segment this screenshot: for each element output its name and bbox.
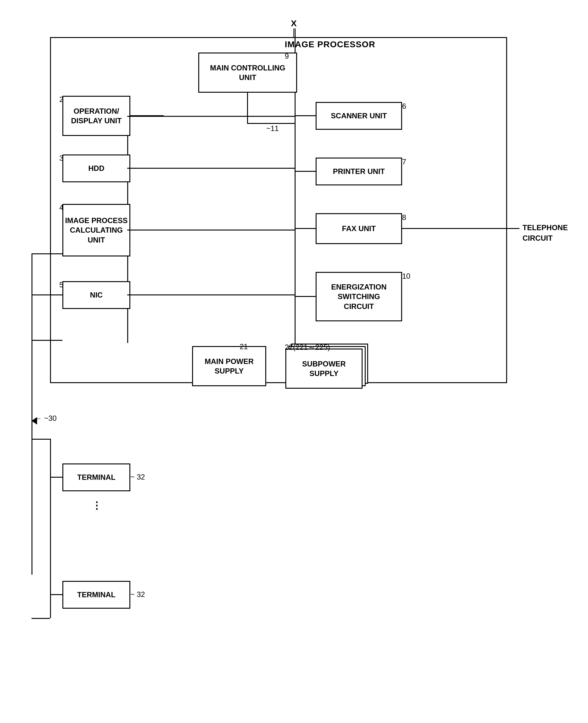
nic-outer-top-h [31, 253, 62, 254]
nic-bus-to-center [127, 294, 296, 295]
ref-4: 4 [59, 203, 63, 212]
scanner-to-bus [295, 115, 316, 116]
printer-block: PRINTER UNIT [316, 158, 402, 185]
energization-to-bus [295, 296, 316, 297]
fax-block: FAX UNIT [316, 213, 402, 244]
network-arrow [31, 417, 37, 425]
main-ctrl-to-bus-v [247, 93, 248, 124]
dots-separator: ⋮ [92, 500, 102, 511]
ref-7: 7 [402, 158, 406, 166]
ref-22: 22(221～225) [285, 342, 330, 352]
terminal2-block: TERMINAL [62, 581, 130, 609]
ref-9: 9 [285, 52, 289, 61]
x-label: X [291, 19, 297, 28]
terminal1-block: TERMINAL [62, 463, 130, 491]
network-left-bus [50, 439, 51, 618]
subpower-block: SUBPOWERSUPPLY [285, 349, 362, 389]
scanner-block: SCANNER UNIT [316, 102, 402, 130]
hdd-bus-to-center [127, 168, 296, 169]
energization-block: ENERGIZATIONSWITCHINGCIRCUIT [316, 272, 402, 321]
diagram: X IMAGE PROCESSOR MAIN CONTROLLINGUNIT 9… [31, 12, 556, 711]
fax-to-telephone [402, 228, 520, 229]
printer-to-bus [295, 171, 316, 172]
image-processor-label: IMAGE PROCESSOR [285, 40, 375, 49]
ref-8: 8 [402, 213, 406, 222]
main-controlling-unit-block: MAIN CONTROLLINGUNIT [198, 53, 297, 93]
network-left-v [31, 340, 33, 575]
main-ctrl-to-bus-h [247, 123, 296, 124]
ip-bus-to-center [127, 230, 296, 230]
terminal1-to-bus [50, 477, 63, 478]
telephone-circuit-label: TELEPHONECIRCUIT [523, 223, 568, 243]
x-tick-line [293, 28, 294, 38]
hdd-block: HDD [62, 154, 130, 182]
nic-outer-bottom-h [31, 340, 62, 341]
fax-to-bus [295, 228, 316, 229]
ref-32-1: ~ 32 [130, 473, 145, 481]
ref-6: 6 [402, 102, 406, 110]
nic-block: NIC [62, 281, 130, 309]
ref-21: ~21 [235, 342, 248, 351]
operation-display-block: OPERATION/DISPLAY UNIT [62, 96, 130, 136]
ref-3: 3 [59, 154, 63, 163]
nic-out-left [31, 294, 62, 295]
ref-2: 2 [59, 95, 63, 104]
ref-10: 10 [402, 272, 411, 281]
ref-32-2: ~ 32 [130, 590, 145, 599]
main-power-block: MAIN POWERSUPPLY [192, 346, 266, 386]
terminal2-to-bus [50, 594, 63, 595]
ref-30: ← ~30 [35, 414, 57, 423]
ref-5: 5 [59, 281, 63, 289]
nic-outer-left [31, 253, 33, 340]
network-top-h-left [31, 439, 50, 440]
network-bottom-h-left [31, 618, 50, 619]
image-process-block: IMAGE PROCESSCALCULATINGUNIT [62, 204, 130, 256]
op-bus-to-center [127, 116, 296, 117]
ref-11: ~11 [266, 124, 279, 133]
